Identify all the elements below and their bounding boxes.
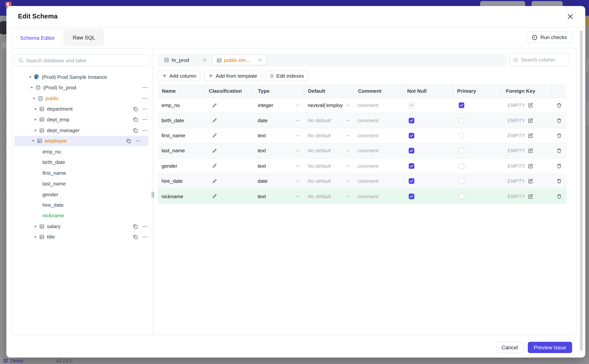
preview-issue-button[interactable]: Preview issue [528, 342, 572, 353]
more-options-icon[interactable] [142, 117, 148, 123]
checkbox-unchecked[interactable] [459, 118, 464, 123]
comment-field[interactable]: comment [354, 174, 403, 188]
checkbox-checked[interactable] [409, 118, 415, 123]
tree-item-first-name[interactable]: first_name [12, 168, 153, 178]
edit-foreign-key-icon[interactable] [528, 133, 533, 139]
default-select[interactable]: No default [304, 128, 354, 143]
tree-item-birth-date[interactable]: birth_date [12, 157, 153, 168]
column-name-field[interactable]: nickname [158, 189, 205, 204]
tree-item-employee[interactable]: employee [14, 136, 148, 146]
checkbox-unchecked[interactable] [459, 133, 464, 139]
default-select[interactable]: No default [304, 143, 354, 158]
more-options-icon[interactable] [142, 234, 148, 240]
column-name-field[interactable]: gender [158, 159, 205, 173]
edit-foreign-key-icon[interactable] [528, 193, 533, 199]
chevron-down-icon[interactable] [30, 139, 36, 143]
checkbox-checked[interactable] [409, 148, 415, 154]
column-name-field[interactable]: hire_date [158, 174, 205, 188]
run-checks-button[interactable]: Run checks [527, 32, 572, 43]
tree-item-hire-date[interactable]: hire_date [12, 200, 153, 210]
delete-column-icon[interactable] [556, 163, 562, 169]
type-select[interactable]: text [254, 189, 304, 204]
panel-resize-handle[interactable] [151, 192, 154, 198]
edit-indexes-button[interactable]: Edit indexes [265, 71, 308, 81]
comment-field[interactable]: comment [354, 143, 403, 158]
tree-item--prod-hr-prod[interactable]: (Prod) hr_prod [12, 82, 153, 93]
chevron-down-icon[interactable] [29, 86, 35, 90]
type-select[interactable]: date [254, 174, 304, 188]
copy-icon[interactable] [133, 223, 138, 229]
tree-item-dept-emp[interactable]: dept_emp [12, 114, 153, 125]
tree-item-gender[interactable]: gender [12, 189, 153, 200]
copy-icon[interactable] [133, 234, 138, 240]
type-select[interactable]: date [254, 113, 304, 128]
tree-item-title[interactable]: title [12, 232, 153, 242]
chevron-right-icon[interactable] [32, 107, 38, 111]
more-options-icon[interactable] [142, 96, 148, 101]
copy-icon[interactable] [133, 128, 138, 133]
chevron-right-icon[interactable] [32, 128, 38, 132]
more-options-icon[interactable] [135, 138, 141, 144]
tree-item-salary[interactable]: salary [12, 221, 153, 232]
pencil-icon[interactable] [212, 163, 217, 169]
pencil-icon[interactable] [212, 118, 217, 123]
pencil-icon[interactable] [212, 148, 217, 153]
tab-raw-sql[interactable]: Raw SQL [65, 29, 103, 46]
pencil-icon[interactable] [212, 194, 217, 199]
cancel-button[interactable]: Cancel [496, 342, 523, 353]
default-select[interactable]: No default [304, 189, 354, 204]
edit-foreign-key-icon[interactable] [528, 118, 533, 123]
delete-column-icon[interactable] [556, 193, 562, 199]
add-from-template-button[interactable]: Add from template [204, 71, 261, 81]
more-options-icon[interactable] [142, 85, 148, 91]
tree-item-nickname[interactable]: nickname [12, 210, 153, 221]
checkbox-unchecked[interactable] [459, 148, 464, 154]
tab-chip-public-em-[interactable]: public.em... [212, 55, 267, 65]
comment-field[interactable]: comment [354, 189, 403, 204]
chevron-down-icon[interactable] [27, 75, 33, 79]
checkbox-unchecked[interactable] [459, 163, 464, 169]
comment-field[interactable]: comment [354, 128, 403, 143]
tree-item-last-name[interactable]: last_name [12, 178, 153, 189]
default-select[interactable]: No default [304, 174, 354, 188]
more-options-icon[interactable] [142, 106, 148, 112]
tree-item-department[interactable]: department [12, 104, 153, 114]
column-name-field[interactable]: emp_no [158, 98, 205, 113]
delete-column-icon[interactable] [556, 133, 562, 139]
type-select[interactable]: text [254, 128, 304, 143]
delete-column-icon[interactable] [556, 178, 562, 184]
more-options-icon[interactable] [142, 128, 148, 133]
tree-item-emp-no[interactable]: emp_no [12, 146, 153, 157]
tab-chip-hr-prod[interactable]: hr_prod [160, 54, 211, 66]
modal-scrollbar[interactable] [580, 31, 583, 351]
delete-column-icon[interactable] [556, 102, 562, 108]
checkbox-checked[interactable] [409, 178, 415, 184]
chevron-down-icon[interactable] [31, 96, 37, 101]
tab-schema-editor[interactable]: Schema Editor [12, 29, 63, 46]
column-name-field[interactable]: first_name [158, 128, 205, 143]
default-select[interactable]: No default [304, 159, 354, 173]
delete-column-icon[interactable] [556, 118, 562, 123]
edit-foreign-key-icon[interactable] [528, 178, 533, 184]
column-search-input[interactable]: Search column [509, 54, 569, 66]
database-search-input[interactable]: Search database and table [14, 54, 150, 66]
checkbox-checked[interactable] [409, 133, 415, 139]
default-select[interactable]: No default [304, 113, 354, 128]
close-icon[interactable] [202, 58, 207, 63]
chevron-right-icon[interactable] [32, 118, 38, 122]
close-icon[interactable] [567, 13, 574, 20]
copy-icon[interactable] [126, 138, 132, 144]
pencil-icon[interactable] [212, 133, 217, 138]
chevron-right-icon[interactable] [32, 235, 38, 239]
copy-icon[interactable] [133, 106, 138, 112]
pencil-icon[interactable] [212, 103, 217, 108]
comment-field[interactable]: comment [354, 113, 403, 128]
tree-item-dept-manager[interactable]: dept_manager [12, 125, 153, 136]
column-name-field[interactable]: last_name [158, 143, 205, 158]
checkbox-unchecked[interactable] [459, 193, 464, 199]
tree-item-public[interactable]: public [12, 93, 153, 104]
chevron-right-icon[interactable] [32, 224, 38, 228]
delete-column-icon[interactable] [556, 148, 562, 154]
add-column-button[interactable]: Add column [158, 71, 200, 81]
pencil-icon[interactable] [212, 178, 217, 184]
